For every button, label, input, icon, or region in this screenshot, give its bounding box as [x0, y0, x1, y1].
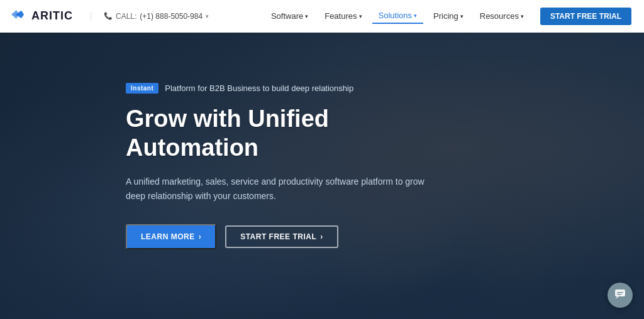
nav-label-pricing: Pricing — [433, 11, 458, 21]
logo[interactable]: ARITIC — [10, 9, 73, 23]
hero-badge-row: Instant Platform for B2B Business to bui… — [126, 83, 453, 94]
nav-chevron-resources: ▾ — [521, 13, 524, 19]
nav-chevron-pricing: ▾ — [460, 13, 464, 19]
site-header: ARITIC 📞 CALL: (+1) 888-5050-984 ▾ Softw… — [0, 0, 644, 33]
phone-chevron: ▾ — [206, 13, 209, 19]
nav-item-pricing[interactable]: Pricing ▾ — [427, 9, 470, 23]
logo-text: ARITIC — [31, 9, 73, 23]
start-free-trial-button[interactable]: START FREE TRIAL › — [225, 225, 338, 248]
phone-number[interactable]: (+1) 888-5050-984 — [140, 12, 203, 21]
hero-badge: Instant — [126, 83, 158, 94]
hero-subtitle: A unified marketing, sales, service and … — [126, 175, 428, 203]
hero-badge-text: Platform for B2B Business to build deep … — [165, 84, 353, 93]
phone-icon: 📞 — [104, 12, 113, 20]
chat-icon — [614, 288, 626, 303]
start-trial-chevron: › — [320, 232, 323, 241]
svg-rect-3 — [617, 294, 621, 295]
nav-label-resources: Resources — [480, 11, 519, 21]
svg-marker-1 — [616, 296, 619, 299]
header-left: ARITIC 📞 CALL: (+1) 888-5050-984 ▾ — [10, 9, 209, 23]
nav-chevron-features: ▾ — [359, 13, 362, 19]
nav-item-solutions[interactable]: Solutions ▾ — [372, 8, 423, 24]
nav-label-features: Features — [325, 11, 357, 21]
chat-button[interactable] — [608, 283, 633, 308]
hero-section: Instant Platform for B2B Business to bui… — [0, 33, 644, 319]
nav-item-resources[interactable]: Resources ▾ — [474, 9, 530, 23]
learn-more-label: LEARN MORE — [141, 232, 195, 241]
hero-content: Instant Platform for B2B Business to bui… — [0, 33, 453, 249]
nav-chevron-solutions: ▾ — [414, 13, 417, 19]
nav-label-solutions: Solutions — [379, 11, 412, 20]
start-trial-label: START FREE TRIAL — [240, 232, 316, 241]
nav-item-features[interactable]: Features ▾ — [318, 9, 368, 23]
hero-title: Grow with Unified Automation — [126, 105, 453, 162]
logo-icon — [10, 9, 28, 23]
nav-item-software[interactable]: Software ▾ — [265, 9, 314, 23]
nav-label-software: Software — [271, 11, 303, 21]
phone-info: 📞 CALL: (+1) 888-5050-984 ▾ — [91, 12, 209, 21]
hero-buttons: LEARN MORE › START FREE TRIAL › — [126, 224, 453, 249]
learn-more-button[interactable]: LEARN MORE › — [126, 224, 216, 249]
nav-chevron-software: ▾ — [305, 13, 308, 19]
svg-rect-2 — [617, 292, 623, 293]
main-nav: Software ▾ Features ▾ Solutions ▾ Pricin… — [265, 8, 631, 25]
phone-label: CALL: — [116, 12, 136, 21]
learn-more-chevron: › — [199, 232, 202, 241]
header-cta-button[interactable]: START FREE TRIAL — [540, 8, 631, 25]
